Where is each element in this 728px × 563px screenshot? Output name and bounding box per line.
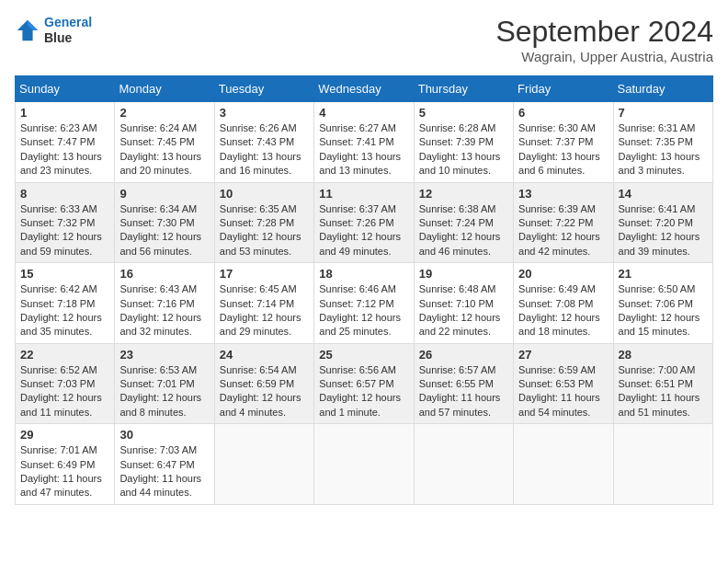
day-number: 12: [419, 187, 508, 201]
table-row: 9Sunrise: 6:34 AM Sunset: 7:30 PM Daylig…: [115, 182, 214, 263]
day-number: 23: [119, 348, 209, 362]
day-number: 13: [518, 187, 608, 201]
day-info: Sunrise: 6:35 AM Sunset: 7:28 PM Dayligh…: [220, 202, 309, 259]
day-number: 11: [319, 187, 408, 201]
table-row: 27Sunrise: 6:59 AM Sunset: 6:53 PM Dayli…: [514, 343, 613, 424]
logo-icon: [15, 17, 40, 43]
table-row: 30Sunrise: 7:03 AM Sunset: 6:47 PM Dayli…: [115, 424, 214, 505]
day-info: Sunrise: 6:48 AM Sunset: 7:10 PM Dayligh…: [419, 282, 508, 339]
day-info: Sunrise: 6:56 AM Sunset: 6:57 PM Dayligh…: [319, 363, 408, 420]
table-row: 12Sunrise: 6:38 AM Sunset: 7:24 PM Dayli…: [414, 182, 513, 263]
table-row: 8Sunrise: 6:33 AM Sunset: 7:32 PM Daylig…: [16, 182, 115, 263]
day-info: Sunrise: 7:00 AM Sunset: 6:51 PM Dayligh…: [619, 363, 708, 420]
day-number: 26: [419, 348, 508, 362]
day-number: 18: [319, 267, 408, 281]
table-row: 29Sunrise: 7:01 AM Sunset: 6:49 PM Dayli…: [16, 424, 115, 505]
calendar-table: Sunday Monday Tuesday Wednesday Thursday…: [15, 75, 713, 505]
day-number: 30: [119, 428, 209, 442]
table-row: 1Sunrise: 6:23 AM Sunset: 7:47 PM Daylig…: [16, 102, 115, 183]
day-number: 22: [20, 348, 109, 362]
table-row: 19Sunrise: 6:48 AM Sunset: 7:10 PM Dayli…: [414, 263, 513, 344]
day-number: 14: [619, 187, 708, 201]
calendar-week-row: 15Sunrise: 6:42 AM Sunset: 7:18 PM Dayli…: [16, 263, 713, 344]
month-title: September 2024: [495, 15, 713, 49]
day-info: Sunrise: 6:24 AM Sunset: 7:45 PM Dayligh…: [119, 121, 209, 178]
calendar-week-row: 8Sunrise: 6:33 AM Sunset: 7:32 PM Daylig…: [16, 182, 713, 263]
calendar-week-row: 22Sunrise: 6:52 AM Sunset: 7:03 PM Dayli…: [16, 343, 713, 424]
header-saturday: Saturday: [613, 76, 712, 102]
table-row: 21Sunrise: 6:50 AM Sunset: 7:06 PM Dayli…: [613, 263, 712, 344]
table-row: 23Sunrise: 6:53 AM Sunset: 7:01 PM Dayli…: [115, 343, 214, 424]
table-row: 20Sunrise: 6:49 AM Sunset: 7:08 PM Dayli…: [514, 263, 613, 344]
day-info: Sunrise: 6:45 AM Sunset: 7:14 PM Dayligh…: [220, 282, 309, 339]
table-row: 6Sunrise: 6:30 AM Sunset: 7:37 PM Daylig…: [514, 102, 613, 183]
day-number: 1: [20, 106, 109, 120]
day-number: 5: [419, 106, 508, 120]
day-number: 24: [220, 348, 309, 362]
day-info: Sunrise: 6:57 AM Sunset: 6:55 PM Dayligh…: [419, 363, 508, 420]
header-monday: Monday: [115, 76, 214, 102]
day-number: 29: [20, 428, 109, 442]
day-info: Sunrise: 7:01 AM Sunset: 6:49 PM Dayligh…: [20, 443, 109, 500]
table-row: 10Sunrise: 6:35 AM Sunset: 7:28 PM Dayli…: [214, 182, 313, 263]
table-row: 5Sunrise: 6:28 AM Sunset: 7:39 PM Daylig…: [414, 102, 513, 183]
table-row: 15Sunrise: 6:42 AM Sunset: 7:18 PM Dayli…: [16, 263, 115, 344]
table-row: 2Sunrise: 6:24 AM Sunset: 7:45 PM Daylig…: [115, 102, 214, 183]
table-row: 26Sunrise: 6:57 AM Sunset: 6:55 PM Dayli…: [414, 343, 513, 424]
header-wednesday: Wednesday: [314, 76, 414, 102]
logo-text: General Blue: [44, 15, 92, 46]
day-info: Sunrise: 6:42 AM Sunset: 7:18 PM Dayligh…: [20, 282, 109, 339]
header-sunday: Sunday: [16, 76, 115, 102]
day-number: 7: [619, 106, 708, 120]
logo: General Blue: [15, 15, 92, 46]
calendar-header-row: Sunday Monday Tuesday Wednesday Thursday…: [16, 76, 713, 102]
day-number: 28: [619, 348, 708, 362]
table-row: [414, 424, 513, 505]
page-header: General Blue September 2024 Wagrain, Upp…: [15, 15, 713, 64]
day-info: Sunrise: 6:49 AM Sunset: 7:08 PM Dayligh…: [518, 282, 608, 339]
day-number: 17: [220, 267, 309, 281]
table-row: 3Sunrise: 6:26 AM Sunset: 7:43 PM Daylig…: [214, 102, 313, 183]
table-row: 18Sunrise: 6:46 AM Sunset: 7:12 PM Dayli…: [314, 263, 414, 344]
day-number: 6: [518, 106, 608, 120]
title-block: September 2024 Wagrain, Upper Austria, A…: [495, 15, 713, 64]
calendar-week-row: 29Sunrise: 7:01 AM Sunset: 6:49 PM Dayli…: [16, 424, 713, 505]
day-info: Sunrise: 6:59 AM Sunset: 6:53 PM Dayligh…: [518, 363, 608, 420]
table-row: 13Sunrise: 6:39 AM Sunset: 7:22 PM Dayli…: [514, 182, 613, 263]
table-row: [214, 424, 313, 505]
day-info: Sunrise: 6:27 AM Sunset: 7:41 PM Dayligh…: [319, 121, 408, 178]
day-info: Sunrise: 6:30 AM Sunset: 7:37 PM Dayligh…: [518, 121, 608, 178]
day-info: Sunrise: 6:23 AM Sunset: 7:47 PM Dayligh…: [20, 121, 109, 178]
day-number: 16: [119, 267, 209, 281]
day-number: 19: [419, 267, 508, 281]
header-tuesday: Tuesday: [214, 76, 313, 102]
day-info: Sunrise: 6:26 AM Sunset: 7:43 PM Dayligh…: [220, 121, 309, 178]
table-row: 17Sunrise: 6:45 AM Sunset: 7:14 PM Dayli…: [214, 263, 313, 344]
table-row: [514, 424, 613, 505]
day-info: Sunrise: 6:28 AM Sunset: 7:39 PM Dayligh…: [419, 121, 508, 178]
day-info: Sunrise: 7:03 AM Sunset: 6:47 PM Dayligh…: [119, 443, 209, 500]
day-info: Sunrise: 6:39 AM Sunset: 7:22 PM Dayligh…: [518, 202, 608, 259]
table-row: 16Sunrise: 6:43 AM Sunset: 7:16 PM Dayli…: [115, 263, 214, 344]
location: Wagrain, Upper Austria, Austria: [495, 49, 713, 64]
header-friday: Friday: [514, 76, 613, 102]
table-row: 11Sunrise: 6:37 AM Sunset: 7:26 PM Dayli…: [314, 182, 414, 263]
day-info: Sunrise: 6:53 AM Sunset: 7:01 PM Dayligh…: [119, 363, 209, 420]
day-info: Sunrise: 6:46 AM Sunset: 7:12 PM Dayligh…: [319, 282, 408, 339]
day-info: Sunrise: 6:31 AM Sunset: 7:35 PM Dayligh…: [619, 121, 708, 178]
table-row: 24Sunrise: 6:54 AM Sunset: 6:59 PM Dayli…: [214, 343, 313, 424]
day-info: Sunrise: 6:52 AM Sunset: 7:03 PM Dayligh…: [20, 363, 109, 420]
day-number: 8: [20, 187, 109, 201]
day-number: 4: [319, 106, 408, 120]
day-number: 9: [119, 187, 209, 201]
header-thursday: Thursday: [414, 76, 513, 102]
day-number: 20: [518, 267, 608, 281]
table-row: 22Sunrise: 6:52 AM Sunset: 7:03 PM Dayli…: [16, 343, 115, 424]
day-info: Sunrise: 6:33 AM Sunset: 7:32 PM Dayligh…: [20, 202, 109, 259]
day-number: 2: [119, 106, 209, 120]
day-info: Sunrise: 6:38 AM Sunset: 7:24 PM Dayligh…: [419, 202, 508, 259]
calendar-week-row: 1Sunrise: 6:23 AM Sunset: 7:47 PM Daylig…: [16, 102, 713, 183]
day-number: 25: [319, 348, 408, 362]
table-row: 7Sunrise: 6:31 AM Sunset: 7:35 PM Daylig…: [613, 102, 712, 183]
table-row: 14Sunrise: 6:41 AM Sunset: 7:20 PM Dayli…: [613, 182, 712, 263]
